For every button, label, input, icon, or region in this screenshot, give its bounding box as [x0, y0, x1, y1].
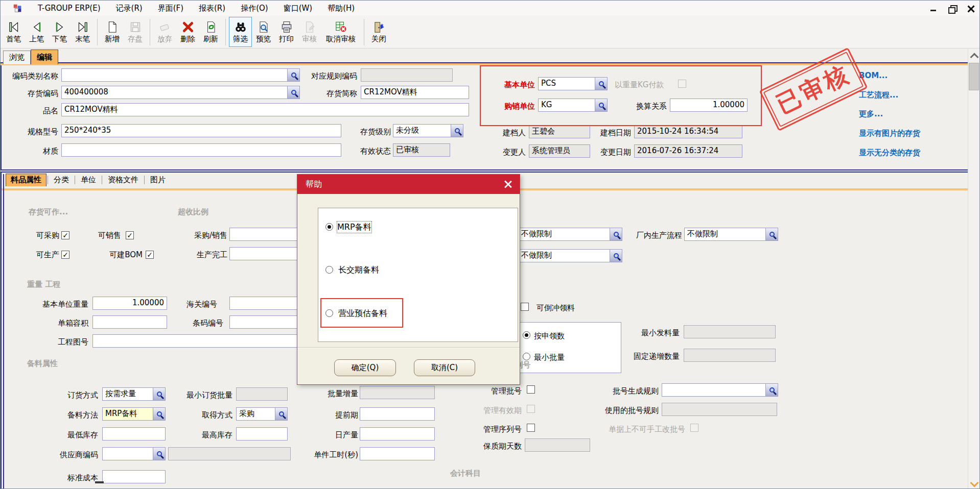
can-bom-checkbox[interactable]	[146, 251, 154, 259]
scrollbar-down-icon[interactable]	[968, 477, 979, 489]
inventory-level-field[interactable]: 未分级	[393, 124, 463, 137]
option-long-lead-radio[interactable]	[325, 266, 333, 274]
restore-icon[interactable]	[948, 5, 957, 13]
delete-button[interactable]: 删除	[176, 17, 199, 47]
menu-item-interface[interactable]: 界面(F)	[158, 4, 183, 13]
max-stock-field[interactable]	[236, 427, 288, 441]
print-button[interactable]: 打印	[275, 17, 298, 47]
process-flow-link[interactable]: 工艺流程...	[859, 90, 898, 100]
tab-images[interactable]: 图片	[146, 174, 170, 186]
dialog-titlebar[interactable]: 帮助	[297, 175, 520, 194]
trade-unit-field[interactable]: KG	[538, 99, 608, 112]
close-form-button[interactable]: 关闭	[367, 17, 390, 47]
lookup-button[interactable]	[595, 78, 607, 90]
material-field[interactable]	[61, 143, 341, 157]
product-name-field[interactable]: CR12MOV精料	[61, 103, 469, 116]
tab-units[interactable]: 单位	[76, 174, 101, 186]
spec-field[interactable]: 250*240*35	[61, 124, 341, 137]
option-long-lead-label[interactable]: 长交期备料	[338, 264, 379, 276]
lookup-button[interactable]	[595, 99, 607, 111]
acquire-mode-label: 取得方式	[193, 408, 232, 422]
tab-qualification-files[interactable]: 资格文件	[103, 174, 143, 186]
tab-item-attributes[interactable]: 料品属性	[6, 174, 46, 186]
more-link[interactable]: 更多...	[859, 109, 883, 119]
min-stock-field[interactable]	[102, 427, 166, 441]
menu-item-help[interactable]: 帮助(H)	[328, 4, 355, 13]
cancel-approve-button[interactable]: 取消审核	[321, 17, 361, 47]
prod-done-label: 生产完工	[169, 248, 227, 261]
manage-serial-checkbox[interactable]	[527, 424, 535, 432]
by-apply-radio[interactable]	[523, 331, 530, 339]
supplier-code-field[interactable]	[102, 447, 166, 460]
close-icon[interactable]	[966, 5, 975, 13]
lookup-button[interactable]	[765, 228, 778, 240]
scrollbar-thumb[interactable]	[969, 63, 979, 90]
inventory-code-field[interactable]: 400400008	[61, 86, 300, 99]
cancel-button[interactable]: 取消(C)	[414, 359, 475, 376]
refresh-button[interactable]: 刷新	[199, 17, 222, 47]
option-sales-forecast-label[interactable]: 营业预估备料	[338, 308, 387, 319]
lookup-button[interactable]	[451, 125, 463, 137]
lookup-button[interactable]	[610, 250, 622, 262]
show-with-image-link[interactable]: 显示有图片的存货	[859, 129, 920, 138]
modifier-label: 变更人	[483, 145, 526, 159]
base-unit-field[interactable]: PCS	[538, 77, 608, 90]
limit-field-2[interactable]: 不做限制	[518, 249, 622, 262]
menu-item-report[interactable]: 报表(R)	[199, 4, 225, 13]
last-record-button[interactable]: 末笔	[71, 17, 94, 47]
tab-browse[interactable]: 浏览	[3, 51, 31, 64]
lookup-button[interactable]	[765, 384, 778, 396]
backflush-checkbox[interactable]	[521, 303, 529, 311]
batch-rule-field[interactable]	[662, 383, 778, 397]
tab-classification[interactable]: 分类	[49, 174, 74, 186]
field-value: PCS	[541, 79, 556, 88]
base-weight-field[interactable]: 1.00000	[92, 297, 167, 310]
code-category-field[interactable]	[61, 68, 300, 82]
manage-batch-checkbox[interactable]	[527, 385, 535, 394]
lead-time-field[interactable]	[360, 407, 435, 421]
option-mrp-label[interactable]: MRP备料	[337, 222, 371, 233]
box-volume-field[interactable]	[92, 315, 167, 329]
tab-edit[interactable]: 编辑	[31, 50, 58, 64]
lookup-button[interactable]	[153, 448, 165, 460]
scrollbar-up-icon[interactable]	[968, 49, 979, 62]
factory-flow-field[interactable]: 不做限制	[684, 228, 778, 241]
prev-record-icon	[30, 20, 43, 34]
binoculars-icon	[234, 20, 247, 34]
lookup-button[interactable]	[153, 408, 165, 420]
option-sales-forecast-radio[interactable]	[325, 309, 333, 317]
menu-item-window[interactable]: 窗口(W)	[284, 4, 313, 13]
can-make-checkbox[interactable]	[61, 251, 69, 259]
can-sell-checkbox[interactable]	[126, 231, 134, 239]
prev-record-button[interactable]: 上笔	[25, 17, 48, 47]
lookup-button[interactable]	[275, 408, 287, 420]
can-buy-checkbox[interactable]	[61, 231, 69, 239]
show-unclassified-link[interactable]: 显示无分类的存货	[859, 148, 920, 158]
option-mrp-radio[interactable]	[325, 223, 333, 231]
inventory-abbr-field[interactable]: CR12MOV精料	[361, 86, 469, 99]
minimize-icon[interactable]	[929, 5, 939, 13]
detail-tab-strip: 料品属性 分类 单位 资格文件 图片	[6, 174, 170, 186]
conversion-ratio-field[interactable]: 1.00000	[670, 99, 748, 112]
filter-button[interactable]: 筛选	[229, 17, 252, 47]
menu-item-record[interactable]: 记录(R)	[116, 4, 143, 13]
tab-separator	[48, 176, 48, 184]
menu-item-app[interactable]: T-GROUP ERP(E)	[38, 4, 101, 13]
add-button[interactable]: 新增	[101, 17, 124, 47]
preview-button[interactable]: 预览	[252, 17, 275, 47]
order-mode-field[interactable]: 按需求量	[102, 387, 166, 401]
ok-button[interactable]: 确定(Q)	[334, 359, 396, 376]
prep-method-field[interactable]: MRP备料	[102, 407, 166, 421]
daily-output-field[interactable]	[360, 427, 435, 441]
unit-time-field[interactable]	[360, 447, 435, 460]
std-cost-field[interactable]	[102, 470, 166, 483]
first-record-button[interactable]: 首笔	[2, 17, 25, 47]
limit-field-1[interactable]: 不做限制	[518, 228, 622, 241]
bom-link[interactable]: BOM...	[859, 71, 888, 80]
menu-item-operation[interactable]: 操作(O)	[241, 4, 268, 13]
lookup-button[interactable]	[153, 388, 165, 400]
next-record-button[interactable]: 下笔	[48, 17, 71, 47]
acquire-mode-field[interactable]: 采购	[236, 407, 288, 421]
lookup-button[interactable]	[610, 228, 622, 240]
dialog-close-icon[interactable]	[503, 180, 512, 189]
